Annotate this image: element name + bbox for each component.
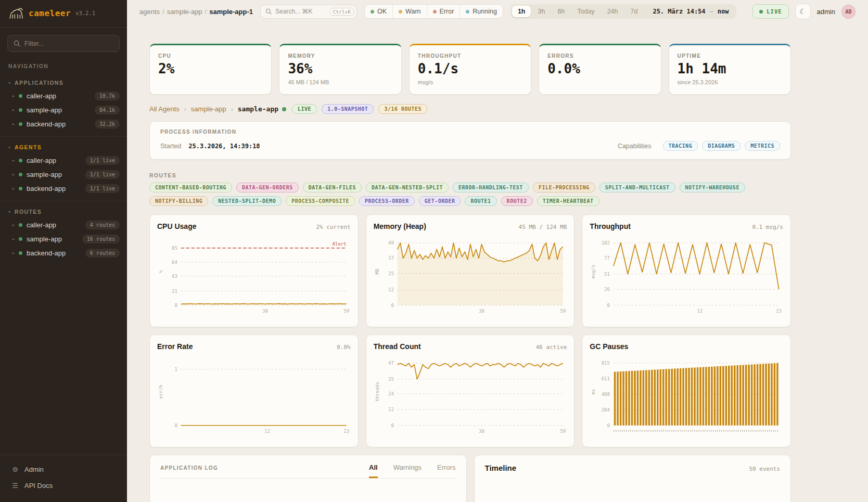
chart-plot: 8156114082040ms (590, 352, 783, 435)
stats-row: CPU2%MEMORY36%45 MB / 124 MBTHROUGHPUT0.… (149, 44, 791, 95)
breadcrumb-item[interactable]: sample-app (167, 8, 202, 16)
route-badge-error-handling-test[interactable]: ERROR-HANDLING-TEST (453, 183, 529, 192)
search-input[interactable]: Search... ⌘K Ctrl+K (260, 5, 357, 19)
agent-badge-3-16-routes[interactable]: 3/16 ROUTES (378, 104, 427, 114)
status-filter-ok[interactable]: OK (365, 5, 392, 18)
capabilities-label: Capabilities (618, 143, 652, 150)
chart-subtitle: 2% current (316, 224, 350, 230)
sidebar-item-caller-app[interactable]: ▸caller-app1/1 live (0, 153, 127, 168)
stat-card-errors: ERRORS0.0% (539, 44, 661, 95)
route-badge-timer-heartbeat[interactable]: TIMER-HEARTBEAT (537, 196, 599, 206)
date-range-display[interactable]: 25. März 14:54—now (644, 8, 735, 15)
status-dot-icon (19, 223, 22, 227)
chart-plot: 493725120MB3059 (374, 231, 567, 315)
section-label: AGENTS (15, 144, 42, 150)
search-icon (265, 8, 272, 15)
item-count-badge: 6 routes (85, 249, 120, 258)
breadcrumb-item[interactable]: agents (139, 8, 160, 16)
caret-down-icon: ▾ (8, 210, 10, 214)
avatar[interactable]: AD (841, 5, 856, 19)
status-filter-error[interactable]: Error (427, 5, 460, 18)
theme-toggle-button[interactable]: ☾ (795, 4, 811, 19)
chart-plot: 856443210%3059Alert (157, 231, 351, 315)
sidebar-footer: ⚙Admin☰API Docs (0, 455, 127, 502)
sidebar-spacer (0, 265, 127, 455)
timeline-count: 50 events (749, 466, 780, 472)
route-badge-process-composite[interactable]: PROCESS-COMPOSITE (286, 196, 355, 206)
route-badge-notify-billing[interactable]: NOTIFY-BILLING (149, 196, 208, 206)
item-count-badge: 16 routes (82, 235, 120, 243)
range-button-3h[interactable]: 3h (532, 6, 551, 17)
sidebar-item-backend-app[interactable]: ▸backend-app6 routes (0, 246, 127, 260)
sidebar-item-sample-app[interactable]: ▸sample-app1/1 live (0, 168, 127, 182)
filter-input[interactable] (7, 35, 120, 52)
agent-badge-live[interactable]: LIVE (292, 104, 317, 114)
chart-plot: 473524120threads3059 (374, 352, 567, 435)
log-tab-all[interactable]: All (369, 464, 378, 478)
svg-text:204: 204 (602, 407, 610, 413)
route-badge-data-gen-nested-split[interactable]: DATA-GEN-NESTED-SPLIT (366, 183, 449, 192)
agent-link[interactable]: sample-app (191, 105, 226, 113)
capability-badge-tracing[interactable]: TRACING (663, 141, 698, 151)
range-end: now (718, 8, 729, 15)
brand-version: v3.2.1 (75, 10, 95, 16)
range-button-1h[interactable]: 1h (512, 6, 531, 17)
sidebar-item-backend-app[interactable]: ▸backend-app1/1 live (0, 182, 127, 196)
status-filter-running[interactable]: Running (459, 5, 503, 18)
svg-text:1: 1 (174, 367, 177, 372)
sidebar-filter (0, 28, 127, 55)
agent-link[interactable]: All Agents (149, 105, 180, 113)
range-button-6h[interactable]: 6h (552, 6, 570, 17)
range-button-24h[interactable]: 24h (602, 6, 624, 17)
sidebar-item-caller-app[interactable]: ▸caller-app4 routes (0, 218, 127, 232)
breadcrumb-item[interactable]: sample-app-1 (209, 8, 253, 16)
sidebar-item-sample-app[interactable]: ▸sample-app84.1k (0, 103, 127, 117)
route-badge-data-gen-orders[interactable]: DATA-GEN-ORDERS (236, 183, 299, 192)
capability-badge-diagrams[interactable]: DIAGRAMS (702, 141, 741, 151)
section-header[interactable]: ▾ROUTES (0, 205, 127, 218)
sidebar-item-sample-app[interactable]: ▸sample-app16 routes (0, 232, 127, 246)
agent-badge-1-0-snapshot[interactable]: 1.0-SNAPSHOT (322, 104, 374, 114)
section-header[interactable]: ▾AGENTS (0, 141, 127, 153)
svg-text:0: 0 (607, 423, 610, 428)
svg-text:0: 0 (391, 423, 393, 428)
bottom-row: APPLICATION LOG AllWarningsErrors Timeli… (149, 455, 791, 502)
section-header[interactable]: ▾APPLICATIONS (0, 76, 127, 89)
sidebar-section-agents: ▾AGENTS▸caller-app1/1 live▸sample-app1/1… (0, 136, 127, 201)
status-dot-icon (19, 187, 22, 190)
svg-text:408: 408 (602, 392, 610, 397)
route-badge-process-order[interactable]: PROCESS-ORDER (359, 196, 415, 206)
chart-title: Error Rate (157, 342, 193, 351)
chart-subtitle: 0.0% (337, 344, 351, 351)
range-button-7d[interactable]: 7d (625, 6, 644, 17)
chart-title: CPU Usage (157, 222, 196, 230)
capabilities: Capabilities TRACINGDIAGRAMSMETRICS (618, 141, 780, 151)
item-count-badge: 32.2k (95, 120, 120, 128)
route-badge-content-based-routing[interactable]: CONTENT-BASED-ROUTING (149, 183, 232, 192)
sidebar-item-caller-app[interactable]: ▸caller-app10.7k (0, 89, 127, 103)
sidebar-footer-admin[interactable]: ⚙Admin (4, 461, 123, 478)
route-badge-route1[interactable]: ROUTE1 (465, 196, 496, 206)
route-badge-route2[interactable]: ROUTE2 (501, 196, 533, 206)
range-separator: — (710, 8, 713, 15)
navigation-label: NAVIGATION (0, 55, 127, 72)
chart-card-error-rate: Error Rate0.0%10err/h1223 (149, 334, 359, 447)
route-badge-data-gen-files[interactable]: DATA-GEN-FILES (303, 183, 362, 192)
sidebar-item-backend-app[interactable]: ▸backend-app32.2k (0, 117, 127, 131)
range-button-today[interactable]: Today (571, 6, 600, 17)
route-badge-notify-warehouse[interactable]: NOTIFY-WAREHOUSE (680, 183, 745, 192)
log-tab-errors[interactable]: Errors (437, 464, 455, 478)
route-badge-file-processing[interactable]: FILE-PROCESSING (533, 183, 595, 192)
log-tab-warnings[interactable]: Warnings (393, 464, 422, 478)
route-badge-split-and-multicast[interactable]: SPLIT-AND-MULTICAST (599, 183, 675, 192)
route-badge-get-order[interactable]: GET-ORDER (419, 196, 461, 206)
caret-right-icon: ▸ (12, 158, 15, 163)
capability-badge-metrics[interactable]: METRICS (745, 141, 780, 151)
stat-card-memory: MEMORY36%45 MB / 124 MB (279, 44, 401, 95)
route-badge-nested-split-demo[interactable]: NESTED-SPLIT-DEMO (212, 196, 282, 206)
status-filter-warn[interactable]: Warn (392, 5, 426, 18)
footer-label: Admin (24, 466, 44, 473)
sidebar-footer-api-docs[interactable]: ☰API Docs (4, 478, 123, 494)
item-count-badge: 1/1 live (85, 170, 120, 179)
breadcrumb: agents/sample-app/sample-app-1 (139, 8, 253, 16)
